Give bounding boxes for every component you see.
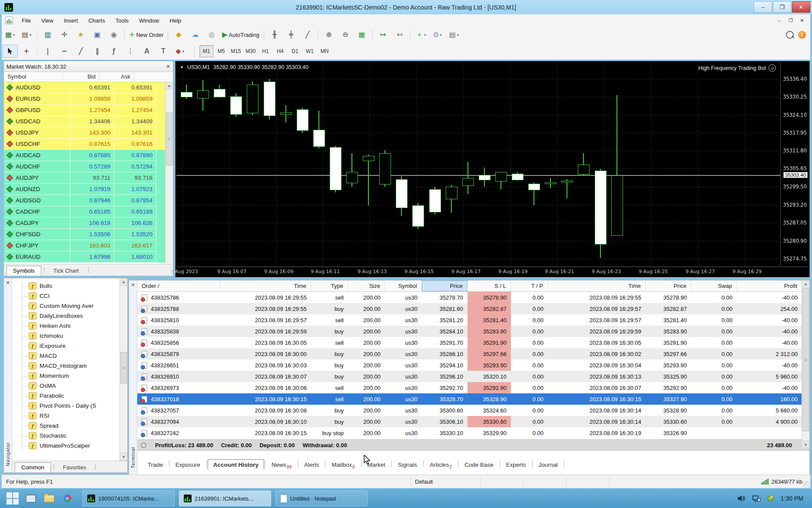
symbol-row-euraud[interactable]: EURAUD1.679981.68010: [4, 251, 173, 263]
symbol-row-usdjpy[interactable]: USDJPY143.300143.301: [4, 127, 173, 139]
sounds-button[interactable]: ◎: [204, 28, 219, 41]
new-order-button[interactable]: +New Order: [127, 28, 165, 41]
navigator-item-parabolic[interactable]: ƒParabolic: [12, 391, 127, 401]
navigator-item-momentum[interactable]: ƒMomentum: [12, 371, 127, 381]
taskbar-window-mt4[interactable]: 1900074105: ICMarke...: [83, 491, 175, 506]
navigator-item-iexposure[interactable]: ƒiExposure: [12, 341, 127, 351]
order-row-438325856[interactable]: 4383258562023.08.09 16:30:05sell200.00us…: [137, 337, 809, 348]
equidistant-channel-button[interactable]: ∥: [89, 45, 105, 58]
zoom-out-button[interactable]: ⊖: [338, 28, 353, 41]
order-row-438327057[interactable]: 4383270572023.08.09 16:30:08buy200.00us3…: [137, 405, 809, 416]
scroll-up-icon[interactable]: ▲: [166, 82, 173, 89]
mdi-restore-button[interactable]: ❐: [785, 16, 796, 25]
timeframe-h1[interactable]: H1: [259, 45, 272, 57]
order-row-438325879[interactable]: 4383258792023.08.09 16:30:00buy200.00us3…: [137, 348, 809, 360]
menu-file[interactable]: File: [17, 15, 36, 26]
symbol-row-chfsgd[interactable]: CHFSGD1.535061.53520: [4, 229, 173, 240]
navigator-item-macd-histogram[interactable]: ƒMACD_Histogram: [12, 361, 127, 371]
market-watch-close-icon[interactable]: ✕: [166, 63, 170, 69]
market-watch-tab-symbols[interactable]: Symbols: [7, 266, 41, 276]
bar-chart-button[interactable]: ╫: [267, 28, 282, 41]
profiles-button[interactable]: ▤▾: [19, 28, 34, 41]
navigator-item-heiken-ashi[interactable]: ƒHeiken Ashi: [12, 321, 127, 331]
mdi-minimize-button[interactable]: –: [774, 16, 785, 25]
line-chart-button[interactable]: ╱: [300, 28, 315, 41]
tile-windows-button[interactable]: ▦: [354, 28, 370, 41]
navigator-scrollbar[interactable]: ▲ ≡ ▼: [119, 278, 127, 461]
symbol-row-audsgd[interactable]: AUDSGD0.879460.87954: [4, 195, 173, 206]
chrome-icon[interactable]: [60, 492, 75, 505]
column-header-bid[interactable]: Bid: [63, 72, 99, 82]
scroll-down-icon[interactable]: ▼: [802, 441, 809, 449]
status-profile[interactable]: Default: [411, 477, 481, 486]
menu-window[interactable]: Window: [134, 15, 164, 26]
fibonacci-button[interactable]: ƒ: [106, 45, 122, 58]
cursor-button[interactable]: [2, 45, 18, 58]
terminal-column-symbol-4[interactable]: Symbol: [385, 280, 422, 291]
navigator-item-rsi[interactable]: ƒRSI: [12, 411, 127, 421]
terminal-tab-signals[interactable]: Signals: [393, 460, 422, 470]
terminal-tab-code-base[interactable]: Code Base: [459, 460, 499, 470]
order-row-438326910[interactable]: 4383269102023.08.09 16:30:07buy200.00us3…: [137, 371, 809, 382]
new-chart-button[interactable]: ▦▾: [2, 28, 18, 41]
symbol-row-cadchf[interactable]: CADCHF0.651850.65189: [4, 206, 173, 218]
navigator-item-pivot-points-daily-s[interactable]: ƒPivot Points - Daily (S: [12, 401, 127, 411]
mdi-close-button[interactable]: ✕: [796, 16, 808, 25]
publish-button[interactable]: ☁: [187, 28, 203, 41]
auto-scroll-button[interactable]: ↦: [375, 28, 391, 41]
terminal-tab-news[interactable]: News99: [266, 460, 297, 470]
order-row-438327018[interactable]: 4383270182023.08.09 16:30:15sell200.00us…: [137, 393, 809, 405]
terminal-tab-exposure[interactable]: Exposure: [170, 460, 205, 470]
notifications-icon[interactable]: 1: [798, 31, 806, 39]
scrollbar-thumb[interactable]: ≡: [120, 352, 127, 383]
timeframe-mn[interactable]: MN: [318, 45, 331, 57]
speaker-icon[interactable]: [737, 495, 746, 502]
terminal-tab-trade[interactable]: Trade: [143, 460, 168, 470]
terminal-column-profit-11[interactable]: Profit: [737, 280, 802, 291]
strategy-tester-button[interactable]: ◉: [106, 28, 122, 41]
order-row-438326973[interactable]: 4383269732023.08.09 16:30:06sell200.00us…: [137, 382, 809, 393]
metaeditor-button[interactable]: ◆: [171, 28, 186, 41]
symbol-row-audchf[interactable]: AUDCHF0.572890.57294: [4, 161, 173, 172]
timeframe-m15[interactable]: M15: [229, 45, 243, 57]
symbol-row-usdchf[interactable]: USDCHF0.876150.87616: [4, 139, 173, 150]
navigator-item-ultimateproscalper[interactable]: ƒUltimateProScalper: [12, 441, 127, 451]
navigator-item-custom-moving-aver[interactable]: ƒCustom Moving Aver: [12, 301, 127, 311]
autotrading-button[interactable]: ▶AutoTrading: [220, 28, 261, 41]
timeframe-d1[interactable]: D1: [288, 45, 302, 57]
arrows-button[interactable]: ◆▾: [172, 45, 188, 58]
terminal-column-tp-7[interactable]: T / P: [511, 280, 548, 291]
chart-shift-button[interactable]: ↤: [392, 28, 408, 41]
symbol-row-eurusd[interactable]: EURUSD1.098591.09859: [4, 93, 173, 105]
terminal-column-order-0[interactable]: Order /: [137, 280, 220, 291]
taskbar-window-mt4-active[interactable]: 21639901: ICMarkets...: [179, 491, 271, 506]
navigator-close-icon[interactable]: ✕: [6, 280, 10, 286]
scroll-up-icon[interactable]: ▲: [120, 278, 127, 286]
terminal-button[interactable]: ▣: [89, 28, 105, 41]
horizontal-line-button[interactable]: −: [56, 45, 72, 58]
timeframe-w1[interactable]: W1: [303, 45, 317, 57]
order-row-438326651[interactable]: 4383266512023.08.09 16:30:03buy200.00us3…: [137, 360, 809, 371]
timeframe-m30[interactable]: M30: [244, 45, 258, 57]
vertical-line-button[interactable]: |: [40, 45, 56, 58]
terminal-tab-alerts[interactable]: Alerts: [299, 460, 325, 470]
text-label-button[interactable]: T: [156, 45, 171, 58]
taskbar-window-notepad[interactable]: Untitled - Notepad: [275, 491, 368, 506]
market-watch-scrollbar[interactable]: ▲ ≡: [165, 82, 173, 264]
terminal-column-time-8[interactable]: Time: [548, 280, 646, 291]
terminal-scrollbar[interactable]: ▲ ≡ ▼: [802, 280, 809, 449]
order-row-438325788[interactable]: 4383257882023.08.09 16:29:55buy200.00us3…: [137, 303, 809, 314]
order-row-438327094[interactable]: 4383270942023.08.09 16:30:10buy200.00us3…: [137, 416, 809, 427]
menu-charts[interactable]: Charts: [83, 15, 110, 26]
templates-button[interactable]: ▤▾: [446, 28, 462, 41]
terminal-column-price-9[interactable]: Price: [646, 280, 691, 291]
symbol-row-audusd[interactable]: AUDUSD0.653910.65391: [4, 82, 173, 93]
text-button[interactable]: A: [139, 45, 155, 58]
menu-help[interactable]: Help: [164, 15, 186, 26]
market-watch-button[interactable]: ▥: [40, 28, 56, 41]
order-row-438325786[interactable]: 4383257862023.08.09 16:29:55sell200.00us…: [137, 292, 809, 303]
scrollbar-thumb[interactable]: ≡: [166, 112, 172, 165]
updates-icon[interactable]: [767, 495, 775, 502]
trendline-button[interactable]: ╱: [73, 45, 89, 58]
symbol-row-audcad[interactable]: AUDCAD0.878850.87890: [4, 150, 173, 161]
